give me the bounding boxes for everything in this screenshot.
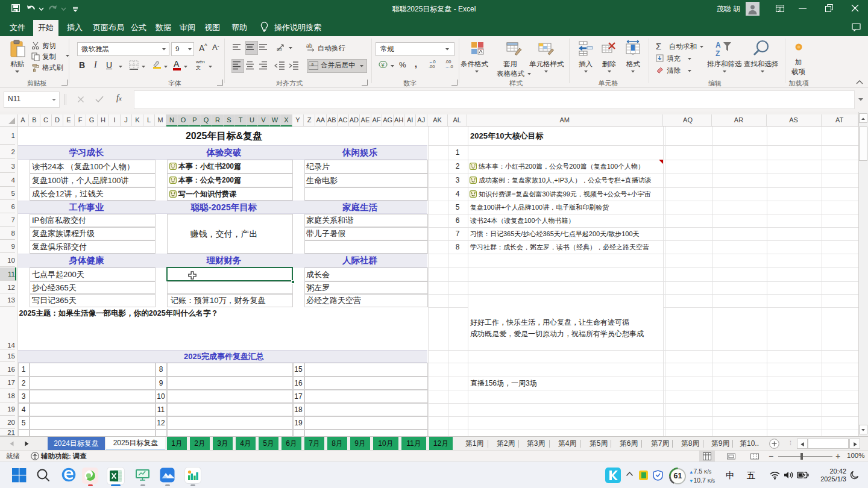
svg-text:ab: ab xyxy=(277,46,282,52)
svg-text:¥: ¥ xyxy=(381,62,385,68)
svg-text:A: A xyxy=(715,41,721,49)
svg-text:Z: Z xyxy=(715,49,720,57)
svg-text:a: a xyxy=(312,62,314,66)
svg-text:ab: ab xyxy=(306,43,312,49)
